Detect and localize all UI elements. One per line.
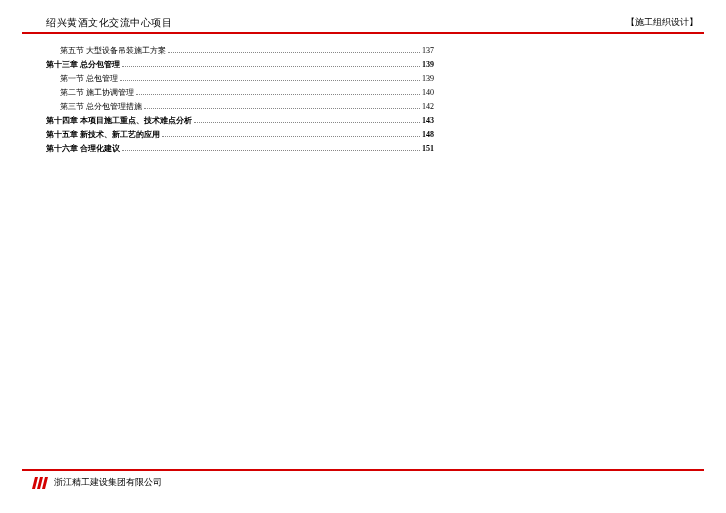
toc-label: 第十四章 本项目施工重点、技术难点分析 — [46, 114, 192, 128]
toc-row: 第十四章 本项目施工重点、技术难点分析143 — [46, 114, 446, 128]
toc-page-number: 137 — [422, 44, 446, 58]
toc-row: 第三节 总分包管理措施142 — [46, 100, 446, 114]
toc-label: 第三节 总分包管理措施 — [60, 100, 142, 114]
header-doc-type: 【施工组织设计】 — [626, 16, 698, 29]
company-logo-icon — [32, 475, 48, 487]
toc-row: 第二节 施工协调管理140 — [46, 86, 446, 100]
toc-label: 第十六章 合理化建议 — [46, 142, 120, 156]
toc-label: 第五节 大型设备吊装施工方案 — [60, 44, 166, 58]
toc-leader-dots — [122, 61, 420, 67]
document-page: 绍兴黄酒文化交流中心项目 【施工组织设计】 第五节 大型设备吊装施工方案137第… — [22, 10, 704, 503]
toc-row: 第一节 总包管理139 — [46, 72, 446, 86]
toc-leader-dots — [194, 117, 420, 123]
toc-leader-dots — [120, 75, 420, 81]
toc-label: 第十三章 总分包管理 — [46, 58, 120, 72]
header-project-title: 绍兴黄酒文化交流中心项目 — [46, 16, 172, 30]
toc-label: 第十五章 新技术、新工艺的应用 — [46, 128, 160, 142]
toc-label: 第一节 总包管理 — [60, 72, 118, 86]
toc-leader-dots — [144, 103, 420, 109]
header-rule — [22, 32, 704, 34]
toc-row: 第五节 大型设备吊装施工方案137 — [46, 44, 446, 58]
toc-leader-dots — [162, 131, 420, 137]
toc-leader-dots — [122, 145, 420, 151]
toc-page-number: 139 — [422, 72, 446, 86]
toc-leader-dots — [168, 47, 420, 53]
toc-row: 第十五章 新技术、新工艺的应用148 — [46, 128, 446, 142]
table-of-contents: 第五节 大型设备吊装施工方案137第十三章 总分包管理139第一节 总包管理13… — [46, 44, 446, 156]
toc-page-number: 148 — [422, 128, 446, 142]
toc-page-number: 143 — [422, 114, 446, 128]
toc-label: 第二节 施工协调管理 — [60, 86, 134, 100]
toc-page-number: 142 — [422, 100, 446, 114]
toc-row: 第十六章 合理化建议151 — [46, 142, 446, 156]
footer-company-name: 浙江精工建设集团有限公司 — [54, 476, 162, 489]
toc-page-number: 151 — [422, 142, 446, 156]
toc-page-number: 140 — [422, 86, 446, 100]
toc-leader-dots — [136, 89, 420, 95]
toc-row: 第十三章 总分包管理139 — [46, 58, 446, 72]
footer-rule — [22, 469, 704, 471]
page-footer: 浙江精工建设集团有限公司 — [22, 469, 704, 493]
page-header: 绍兴黄酒文化交流中心项目 【施工组织设计】 — [22, 10, 704, 40]
toc-page-number: 139 — [422, 58, 446, 72]
